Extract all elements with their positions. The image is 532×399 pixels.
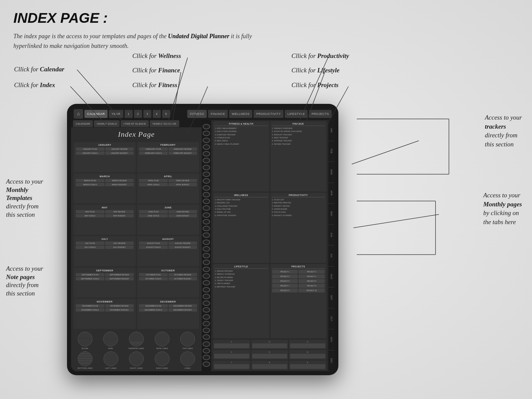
side-tab-oct[interactable]: OCT <box>328 309 334 330</box>
nav-tab-productivity[interactable]: PRODUCTIVITY <box>254 110 283 118</box>
project-3-btn[interactable]: PROJECT 3 <box>272 274 298 278</box>
nov-plan[interactable]: NOVEMBER PLAN <box>76 304 105 308</box>
side-tab-sep[interactable]: SEP <box>328 287 334 309</box>
note-right-lined[interactable]: RIGHT LINED <box>129 351 144 369</box>
oct-goals[interactable]: OCTOBER GOALS <box>139 277 168 280</box>
fitness-item-6[interactable]: 6. WEEKLY MEAL PLANNER <box>215 143 268 146</box>
jan-budget[interactable]: JANUARY BUDGET <box>105 151 134 155</box>
monthly-page-8[interactable]: 8. <box>251 360 288 370</box>
nav-tab-fitness[interactable]: FITNESS <box>187 110 207 118</box>
jul-goals[interactable]: JULY GOALS <box>76 246 105 249</box>
productivity-item-1[interactable]: 1. TO DO LIST <box>272 198 325 201</box>
monthly-page-6[interactable]: 6. <box>289 350 326 359</box>
jul-budget[interactable]: JULY BUDGET <box>105 246 134 249</box>
side-tab-dec[interactable]: DEC <box>328 350 334 372</box>
aug-review[interactable]: AUGUST REVIEW <box>169 242 197 245</box>
nav-tab-5[interactable]: 5 <box>162 110 170 118</box>
note-top-lined[interactable]: TOP LINED <box>180 332 195 349</box>
monthly-page-2[interactable]: 2. <box>251 340 288 349</box>
dec-budget[interactable]: DECEMBER BUDGET <box>169 308 197 312</box>
mar-plan[interactable]: MARCH PLAN <box>76 179 105 182</box>
note-lined[interactable]: LINED <box>180 351 195 369</box>
nav-tab-1[interactable]: 1 <box>125 110 133 118</box>
aug-goals[interactable]: AUGUST GOALS <box>139 246 168 249</box>
fitness-item-5[interactable]: 5. MEAL IDEAS <box>215 139 268 142</box>
aug-plan[interactable]: AUGUST PLAN <box>139 242 168 245</box>
note-grid[interactable]: GRID <box>103 332 118 349</box>
home-icon[interactable]: ⌂ <box>74 109 83 119</box>
may-budget[interactable]: MAY BUDGET <box>105 214 134 217</box>
finance-item-4[interactable]: 4. DEBT TRACKER <box>272 136 325 139</box>
jul-review[interactable]: JULY REVIEW <box>105 242 134 245</box>
feb-budget[interactable]: FEBRUARY BUDGET <box>169 151 197 155</box>
jan-plan[interactable]: JANUARY PLAN <box>76 147 105 151</box>
oct-plan[interactable]: OCTOBER PLAN <box>139 273 168 276</box>
dec-plan[interactable]: DECEMBER PLAN <box>139 304 168 308</box>
project-1-btn[interactable]: PROJECT 1 <box>272 270 298 274</box>
lifestyle-item-1[interactable]: 1. DREAM TRACKER <box>215 270 268 273</box>
productivity-item-2[interactable]: 2. MEETING MINUTES <box>272 201 325 204</box>
project-6-btn[interactable]: PROJECT 6 <box>298 279 325 283</box>
finance-item-5[interactable]: 5. EXPENSE TRACKER <box>272 139 325 142</box>
mar-budget[interactable]: MARCH BUDGET <box>105 183 134 186</box>
nov-budget[interactable]: NOVEMBER BUDGET <box>105 308 134 312</box>
project-4-btn[interactable]: PROJECT 4 <box>298 274 325 278</box>
wellness-item-5[interactable]: 5. WHEEL OF LIFE <box>215 211 268 214</box>
nav-tab-finance[interactable]: FINANCE <box>208 110 228 118</box>
aug-budget[interactable]: AUGUST BUDGET <box>169 246 197 249</box>
side-tab-jan[interactable]: JAN <box>328 120 334 141</box>
lifestyle-item-6[interactable]: 6. BIRTHDAY TRACKER <box>215 285 268 288</box>
sep-review[interactable]: SEPTEMBER REVIEW <box>105 273 134 276</box>
lifestyle-item-2[interactable]: 2. WEEKLY SCHEDULE <box>215 273 268 276</box>
note-left-lined[interactable]: LEFT LINED <box>104 351 118 369</box>
productivity-item-4[interactable]: 4. VISION BOARD <box>272 208 325 211</box>
apr-plan[interactable]: APRIL PLAN <box>139 179 168 182</box>
note-dash-lined[interactable]: DASH LINED <box>155 351 170 369</box>
note-blank[interactable]: BLANK <box>78 332 92 349</box>
left-nav-yearly-outlook[interactable]: YEARLY OUTLOOK <box>150 120 179 127</box>
apr-goals[interactable]: APRIL GOALS <box>139 183 168 186</box>
jun-review[interactable]: JUNE REVIEW <box>169 210 197 213</box>
finance-item-1[interactable]: 1. FINANCE OVERVIEW <box>272 127 325 130</box>
project-2-btn[interactable]: PROJECT 2 <box>298 270 325 274</box>
dec-goals[interactable]: DECEMBER GOALS <box>139 308 168 312</box>
may-review[interactable]: MAY REVIEW <box>105 210 134 213</box>
left-nav-yearly-goals[interactable]: YEARLY GOALS <box>94 120 119 127</box>
oct-budget[interactable]: OCTOBER BUDGET <box>169 277 197 280</box>
monthly-page-5[interactable]: 5. <box>251 350 288 359</box>
nav-tab-projects[interactable]: PROJECTS <box>309 110 332 118</box>
lifestyle-item-4[interactable]: 4. YEARLY TRACKER <box>215 279 268 282</box>
productivity-item-6[interactable]: 6. PROJECT PLANNER <box>272 214 325 217</box>
productivity-item-5[interactable]: 5. FOCUS GOAL <box>272 211 325 214</box>
nov-review[interactable]: NOVEMBER REVIEW <box>105 304 134 308</box>
feb-review[interactable]: FEBRUARY REVIEW <box>169 147 197 151</box>
nov-goals[interactable]: NOVEMBER GOALS <box>76 308 105 312</box>
left-nav-calendar[interactable]: CALENDAR <box>73 120 93 127</box>
mar-goals[interactable]: MARCH GOALS <box>76 183 105 186</box>
fitness-item-2[interactable]: 2. DAILY FOOD JOURNAL <box>215 130 268 133</box>
fitness-item-1[interactable]: 1. BODY MEASUREMENT <box>215 127 268 130</box>
productivity-item-3[interactable]: 3. PRIORITY MATRIX <box>272 205 325 208</box>
wellness-item-6[interactable]: 6. GRATITUDE JOURNAL <box>215 214 268 217</box>
mar-review[interactable]: MARCH REVIEW <box>105 179 134 182</box>
jun-goals[interactable]: JUNE GOALS <box>139 214 168 217</box>
may-goals[interactable]: MAY GOALS <box>76 214 105 217</box>
wellness-item-1[interactable]: 1. HEALTHY HABIT TRACKER <box>215 198 268 201</box>
side-tab-may[interactable]: MAY <box>328 204 334 225</box>
monthly-page-7[interactable]: 7. <box>213 360 250 370</box>
monthly-page-4[interactable]: 4. <box>213 350 250 359</box>
finance-item-2[interactable]: 2. 30 DAY NO SPEND CHALLENGE <box>272 130 325 133</box>
monthly-page-1[interactable]: 1. <box>213 340 250 349</box>
note-wide-lined[interactable]: WIDE LINED <box>155 332 170 349</box>
left-nav-year-at-glance[interactable]: YEAR AT GLANCE <box>121 120 149 127</box>
jun-plan[interactable]: JUNE PLAN <box>139 210 168 213</box>
side-tab-feb[interactable]: FEB <box>328 141 334 162</box>
nav-tab-4[interactable]: 4 <box>153 110 161 118</box>
side-tab-jul[interactable]: JUL <box>328 246 334 267</box>
monthly-page-3[interactable]: 3. <box>289 340 326 349</box>
sep-goals[interactable]: SEPTEMBER GOALS <box>76 277 105 280</box>
jun-budget[interactable]: JUNE BUDGET <box>169 214 197 217</box>
nav-tab-year[interactable]: YEAR <box>109 110 123 118</box>
project-9-btn[interactable]: PROJECT 9 <box>272 288 298 292</box>
sep-budget[interactable]: SEPTEMBER BUDGET <box>105 277 134 280</box>
